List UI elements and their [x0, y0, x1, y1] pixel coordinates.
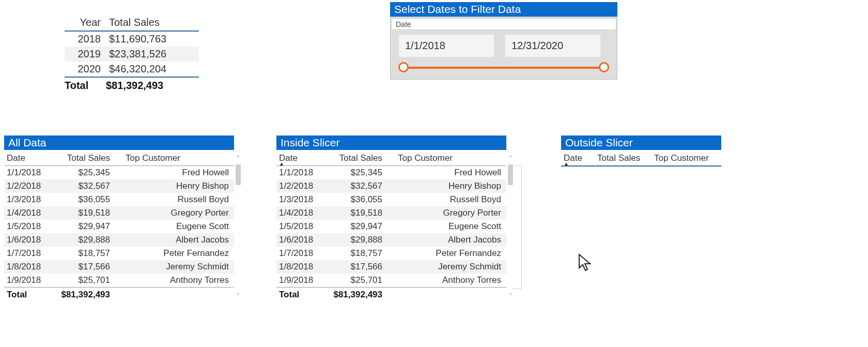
- col-date: Date: [4, 153, 58, 163]
- cell-date: 1/3/2018: [276, 194, 331, 205]
- cell-date: 1/6/2018: [276, 235, 331, 245]
- cell-date: 1/2/2018: [276, 181, 331, 191]
- summary-header-total-sales: Total Sales: [104, 17, 199, 28]
- outside-header-row[interactable]: Date Total Sales Top Customer ▲: [561, 150, 721, 167]
- date-slicer-body: Date 1/1/2018 12/31/2020: [390, 17, 617, 80]
- cell-top-customer: Fred Howell: [110, 168, 234, 178]
- table-row[interactable]: 1/3/2018$36,055Russell Boyd: [276, 193, 506, 206]
- cell-date: 1/1/2018: [4, 168, 58, 178]
- table-row[interactable]: 1/1/2018$25,345Fred Howell: [4, 166, 234, 179]
- date-slider-handle-to[interactable]: [599, 62, 609, 72]
- all-data-card: All Data Date Total Sales Top Customer 1…: [4, 135, 234, 302]
- table-row[interactable]: 1/5/2018$29,947Eugene Scott: [4, 220, 234, 233]
- date-to-input[interactable]: 12/31/2020: [505, 34, 601, 57]
- cell-total-sales: $29,888: [58, 235, 110, 245]
- table-row[interactable]: 1/5/2018$29,947Eugene Scott: [276, 220, 506, 233]
- cell-total-sales: $32,567: [58, 181, 110, 191]
- cell-total-sales: $25,345: [58, 168, 110, 178]
- all-data-header-row[interactable]: Date Total Sales Top Customer: [4, 150, 234, 166]
- table-row[interactable]: 1/3/2018$36,055Russell Boyd: [4, 193, 234, 206]
- summary-row[interactable]: 2020$46,320,204: [65, 62, 199, 77]
- cell-date: 1/3/2018: [4, 194, 58, 205]
- cell-top-customer: Jeremy Schmidt: [110, 262, 234, 272]
- inside-total-row: Total $81,392,493: [276, 287, 506, 302]
- summary-row[interactable]: 2019$23,381,526: [65, 47, 199, 62]
- date-from-input[interactable]: 1/1/2018: [398, 34, 494, 57]
- summary-cell-total-sales: $23,381,526: [104, 48, 199, 60]
- visual-focus-border: [512, 165, 522, 289]
- date-slider-track[interactable]: [404, 67, 604, 69]
- inside-total-value: $81,392,493: [331, 290, 382, 300]
- cell-top-customer: Gregory Porter: [382, 208, 506, 218]
- cell-total-sales: $17,566: [331, 262, 382, 272]
- cell-top-customer: Eugene Scott: [382, 221, 506, 232]
- cell-total-sales: $17,566: [58, 262, 110, 272]
- table-row[interactable]: 1/7/2018$18,757Peter Fernandez: [276, 247, 506, 260]
- cell-total-sales: $25,345: [331, 168, 382, 178]
- col-top-customer: Top Customer: [110, 153, 234, 163]
- all-data-rows: 1/1/2018$25,345Fred Howell1/2/2018$32,56…: [4, 166, 234, 287]
- cell-top-customer: Gregory Porter: [110, 208, 234, 218]
- scroll-up-icon[interactable]: ˄: [237, 155, 240, 162]
- table-row[interactable]: 1/9/2018$25,701Anthony Torres: [4, 274, 234, 287]
- date-slicer: Select Dates to Filter Data Date 1/1/201…: [390, 2, 617, 80]
- summary-total-label: Total: [65, 80, 101, 92]
- cell-top-customer: Anthony Torres: [382, 275, 506, 285]
- cell-total-sales: $25,701: [58, 275, 110, 285]
- scroll-down-icon[interactable]: ˅: [237, 293, 240, 300]
- table-row[interactable]: 1/4/2018$19,518Gregory Porter: [276, 206, 506, 220]
- cell-date: 1/5/2018: [276, 221, 331, 232]
- date-slicer-title: Select Dates to Filter Data: [390, 2, 617, 17]
- table-row[interactable]: 1/9/2018$25,701Anthony Torres: [276, 274, 506, 287]
- cell-top-customer: Albert Jacobs: [382, 235, 506, 245]
- cell-top-customer: Albert Jacobs: [110, 235, 234, 245]
- table-row[interactable]: 1/2/2018$32,567Henry Bishop: [276, 179, 506, 193]
- all-data-total-label: Total: [4, 290, 58, 300]
- mouse-cursor-icon: [578, 253, 593, 274]
- summary-row[interactable]: 2018$11,690,763: [65, 32, 199, 47]
- inside-rows: 1/1/2018$25,345Fred Howell1/2/2018$32,56…: [276, 166, 506, 287]
- cell-date: 1/9/2018: [4, 275, 58, 285]
- date-slicer-field-label: Date: [391, 19, 616, 30]
- all-data-title: All Data: [4, 135, 234, 150]
- table-row[interactable]: 1/2/2018$32,567Henry Bishop: [4, 179, 234, 193]
- cell-date: 1/1/2018: [276, 168, 331, 178]
- cell-date: 1/4/2018: [4, 208, 58, 218]
- table-row[interactable]: 1/6/2018$29,888Albert Jacobs: [276, 233, 506, 247]
- outside-slicer-card: Outside Slicer Date Total Sales Top Cust…: [561, 135, 721, 167]
- cell-total-sales: $29,947: [58, 221, 110, 232]
- inside-header-row[interactable]: Date Total Sales Top Customer ▲: [276, 150, 506, 166]
- cell-date: 1/4/2018: [276, 208, 331, 218]
- cell-top-customer: Henry Bishop: [382, 181, 506, 191]
- table-row[interactable]: 1/7/2018$18,757Peter Fernandez: [4, 247, 234, 260]
- cell-total-sales: $19,518: [58, 208, 110, 218]
- scroll-up-icon[interactable]: ˄: [509, 155, 512, 162]
- cell-top-customer: Peter Fernandez: [110, 248, 234, 259]
- date-slider-handle-from[interactable]: [398, 62, 409, 72]
- inside-total-label: Total: [276, 290, 331, 300]
- table-row[interactable]: 1/8/2018$17,566Jeremy Schmidt: [276, 260, 506, 274]
- cell-total-sales: $19,518: [331, 208, 382, 218]
- summary-cell-year: 2020: [65, 63, 104, 75]
- summary-total-value: $81,392,493: [101, 80, 199, 92]
- cell-date: 1/2/2018: [4, 181, 58, 191]
- table-row[interactable]: 1/1/2018$25,345Fred Howell: [276, 166, 506, 179]
- inside-slicer-title: Inside Slicer: [276, 135, 506, 150]
- cell-total-sales: $18,757: [331, 248, 382, 259]
- col-total-sales: Total Sales: [58, 153, 110, 163]
- table-row[interactable]: 1/4/2018$19,518Gregory Porter: [4, 206, 234, 220]
- summary-cell-total-sales: $11,690,763: [104, 33, 199, 45]
- table-row[interactable]: 1/8/2018$17,566Jeremy Schmidt: [4, 260, 234, 274]
- all-data-total-row: Total $81,392,493: [4, 287, 234, 302]
- table-row[interactable]: 1/6/2018$29,888Albert Jacobs: [4, 233, 234, 247]
- cell-date: 1/5/2018: [4, 221, 58, 232]
- cell-top-customer: Russell Boyd: [110, 194, 234, 205]
- cell-date: 1/6/2018: [4, 235, 58, 245]
- scroll-down-icon[interactable]: ˅: [509, 293, 512, 300]
- inside-slicer-card: Inside Slicer Date Total Sales Top Custo…: [276, 135, 506, 302]
- all-data-scrollbar[interactable]: ˄ ˅: [235, 153, 242, 302]
- scroll-thumb[interactable]: [236, 164, 241, 185]
- cell-total-sales: $18,757: [58, 248, 110, 259]
- summary-cell-year: 2018: [65, 33, 104, 45]
- col-top-customer: Top Customer: [649, 153, 721, 163]
